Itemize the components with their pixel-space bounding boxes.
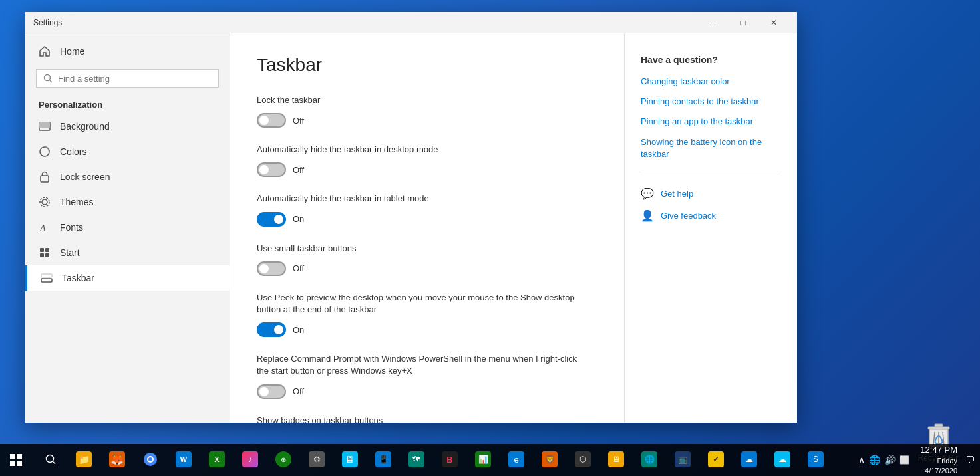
taskbar-app-maps[interactable]: 🗺	[401, 444, 432, 476]
background-icon	[39, 120, 51, 132]
auto-hide-desktop-toggle[interactable]	[257, 162, 286, 177]
sidebar: Home Personalization	[25, 33, 230, 423]
setting-auto-hide-desktop: Automatically hide the taskbar in deskto…	[257, 144, 597, 177]
app-icon-b: B	[442, 451, 458, 467]
sidebar-item-themes[interactable]: Themes	[25, 189, 230, 215]
sidebar-item-start[interactable]: Start	[25, 240, 230, 265]
svg-rect-17	[935, 424, 943, 427]
peek-thumb	[274, 325, 283, 334]
svg-rect-12	[45, 253, 49, 257]
tray-chevron[interactable]: ∧	[858, 455, 865, 465]
taskbar-app-chrome[interactable]	[134, 444, 166, 476]
tray-volume[interactable]: 🔊	[884, 455, 896, 465]
app-icon-skype: S	[808, 451, 824, 467]
panel-link-0[interactable]: Changing taskbar color	[641, 76, 781, 88]
sidebar-item-colors[interactable]: Colors	[25, 139, 230, 164]
fonts-label: Fonts	[60, 222, 83, 233]
taskbar-app-brave[interactable]: 🦁	[534, 444, 566, 476]
taskbar-app-skype[interactable]: S	[800, 444, 832, 476]
powershell-toggle[interactable]	[257, 384, 286, 399]
minimize-button[interactable]: —	[697, 12, 728, 33]
start-label: Start	[60, 247, 80, 258]
small-buttons-thumb	[259, 264, 269, 273]
taskbar-app-explorer[interactable]: 🖥	[334, 444, 366, 476]
svg-line-23	[53, 461, 55, 464]
taskbar-app-files[interactable]: 📁	[68, 444, 100, 476]
start-button[interactable]	[0, 444, 32, 476]
taskbar-app-phone[interactable]: 📱	[367, 444, 399, 476]
taskbar-label: Taskbar	[62, 273, 94, 283]
background-label: Background	[60, 121, 110, 132]
sidebar-item-background[interactable]: Background	[25, 114, 230, 139]
sidebar-item-lock-screen[interactable]: Lock screen	[25, 164, 230, 189]
search-input[interactable]	[58, 74, 213, 84]
window-body: Home Personalization	[25, 33, 797, 423]
taskbar-app-settings[interactable]: ⚙	[301, 444, 333, 476]
auto-hide-tablet-thumb	[274, 215, 283, 224]
panel-link-1[interactable]: Pinning contacts to the taskbar	[641, 96, 781, 108]
lock-taskbar-state: Off	[293, 116, 304, 126]
panel-link-2[interactable]: Pinning an app to the taskbar	[641, 116, 781, 128]
lock-taskbar-toggle[interactable]	[257, 113, 286, 128]
panel-link-3[interactable]: Showing the battery icon on the taskbar	[641, 136, 781, 160]
taskbar-app-green2[interactable]: 📊	[467, 444, 499, 476]
panel-divider	[641, 174, 781, 174]
lock-screen-label: Lock screen	[60, 172, 110, 182]
get-help-icon: 💬	[641, 187, 654, 200]
auto-hide-desktop-label: Automatically hide the taskbar in deskto…	[257, 144, 589, 156]
app-icon-green2: 📊	[475, 451, 491, 467]
setting-auto-hide-tablet: Automatically hide the taskbar in tablet…	[257, 193, 597, 226]
give-feedback-action[interactable]: 👤 Give feedback	[641, 209, 781, 222]
taskbar-app-3d[interactable]: ⬡	[567, 444, 599, 476]
peek-toggle[interactable]	[257, 322, 286, 337]
window-title: Settings	[33, 18, 697, 27]
notification-icon[interactable]: 🗨	[965, 455, 975, 465]
auto-hide-tablet-label: Automatically hide the taskbar in tablet…	[257, 193, 589, 205]
sidebar-search-box[interactable]	[36, 69, 219, 88]
taskbar-app-firefox[interactable]: 🦊	[101, 444, 133, 476]
auto-hide-tablet-state: On	[293, 214, 304, 224]
svg-text:A: A	[39, 223, 46, 233]
app-icon-word: W	[176, 451, 192, 467]
taskbar-app-cloud2[interactable]: ☁	[766, 444, 798, 476]
peek-state: On	[293, 325, 304, 335]
taskbar-app-word[interactable]: W	[168, 444, 200, 476]
get-help-action[interactable]: 💬 Get help	[641, 187, 781, 200]
small-buttons-toggle[interactable]	[257, 261, 286, 276]
taskbar-app-xbox[interactable]: ⊕	[267, 444, 299, 476]
get-help-label: Get help	[661, 189, 693, 199]
give-feedback-label: Give feedback	[661, 211, 716, 221]
app-icon-remote: 🖥	[608, 451, 624, 467]
sidebar-item-fonts[interactable]: A Fonts	[25, 215, 230, 240]
app-icon-xbox: ⊕	[275, 451, 291, 467]
taskbar-clock[interactable]: 12:47 PM Friday 4/17/2020	[915, 444, 963, 476]
taskbar-app-edge[interactable]: e	[500, 444, 532, 476]
tray-taskview[interactable]: ⬜	[899, 455, 909, 465]
svg-point-0	[45, 75, 51, 81]
taskbar-app-b[interactable]: B	[434, 444, 466, 476]
taskbar-app-itunes[interactable]: ♪	[234, 444, 266, 476]
setting-powershell: Replace Command Prompt with Windows Powe…	[257, 353, 597, 398]
close-button[interactable]: ✕	[758, 12, 789, 33]
taskbar-app-search[interactable]	[35, 444, 67, 476]
taskbar-app-onedrive[interactable]: ☁	[733, 444, 765, 476]
taskbar-app-remote[interactable]: 🖥	[600, 444, 632, 476]
lock-taskbar-thumb	[259, 116, 269, 125]
taskbar-app-excel[interactable]: X	[201, 444, 233, 476]
tray-network[interactable]: 🌐	[869, 455, 880, 465]
taskbar-app-browser2[interactable]: 🌐	[633, 444, 665, 476]
taskbar-app-yellow2[interactable]: ✓	[700, 444, 732, 476]
maximize-button[interactable]: □	[728, 12, 758, 33]
sidebar-home-button[interactable]: Home	[25, 39, 230, 64]
small-buttons-label: Use small taskbar buttons	[257, 243, 589, 255]
auto-hide-desktop-thumb	[259, 165, 269, 174]
app-icon-files: 📁	[76, 451, 92, 467]
auto-hide-tablet-toggle[interactable]	[257, 212, 286, 227]
main-content: Taskbar Lock the taskbar Off Automatical…	[230, 33, 624, 423]
colors-icon	[39, 146, 51, 158]
auto-hide-desktop-state: Off	[293, 165, 304, 175]
taskbar-app-monitor[interactable]: 📺	[667, 444, 699, 476]
svg-rect-9	[40, 248, 44, 252]
sidebar-item-taskbar[interactable]: Taskbar	[25, 265, 230, 291]
badges-label: Show badges on taskbar buttons	[257, 415, 589, 423]
